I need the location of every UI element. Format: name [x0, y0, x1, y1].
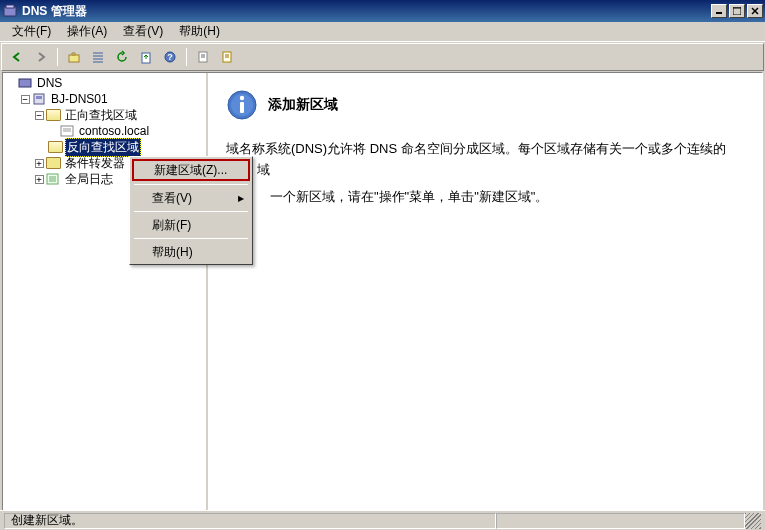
export-button[interactable] [135, 46, 157, 68]
zone-icon [59, 124, 75, 138]
forward-button[interactable] [30, 46, 52, 68]
svg-text:?: ? [167, 52, 173, 62]
svg-point-33 [240, 96, 244, 100]
up-folder-button[interactable] [63, 46, 85, 68]
content-panel: 添加新区域 域名称系统(DNS)允许将 DNS 命名空间分成区域。每个区域存储有… [208, 73, 762, 512]
action-button-2[interactable] [216, 46, 238, 68]
ctx-separator [134, 238, 248, 239]
menu-bar: 文件(F) 操作(A) 查看(V) 帮助(H) [0, 22, 765, 42]
tree-panel[interactable]: DNS − BJ-DNS01 − 正向查找区域 contoso.local 反向… [3, 73, 208, 512]
help-button[interactable]: ? [159, 46, 181, 68]
tree-toggle[interactable]: + [33, 175, 45, 184]
folder-open-icon [45, 108, 61, 122]
server-icon [31, 92, 47, 106]
maximize-button[interactable] [729, 4, 745, 18]
list-view-button[interactable] [87, 46, 109, 68]
back-button[interactable] [6, 46, 28, 68]
tree-toggle[interactable]: + [33, 159, 45, 168]
toolbar-separator [186, 48, 187, 66]
app-icon [2, 3, 18, 19]
ctx-separator [134, 211, 248, 212]
tree-node-dns[interactable]: DNS [5, 75, 204, 91]
tree-toggle[interactable]: − [19, 95, 31, 104]
folder-icon [45, 156, 61, 170]
status-bar: 创建新区域。 [0, 510, 765, 530]
svg-rect-7 [69, 55, 79, 62]
tree-label: 正向查找区域 [63, 106, 139, 125]
content-header: 添加新区域 [226, 89, 744, 121]
content-paragraph: 一个新区域，请在"操作"菜单，单击"新建区域"。 [270, 187, 744, 208]
resize-grip[interactable] [745, 513, 761, 529]
main-area: DNS − BJ-DNS01 − 正向查找区域 contoso.local 反向… [2, 72, 763, 513]
folder-open-icon [47, 140, 63, 154]
minimize-button[interactable] [711, 4, 727, 18]
ctx-separator [134, 184, 248, 185]
svg-rect-1 [6, 5, 14, 8]
content-body: 域名称系统(DNS)允许将 DNS 命名空间分成区域。每个区域存储有关一个或多个… [226, 139, 744, 207]
toolbar: ? [1, 43, 764, 71]
menu-view[interactable]: 查看(V) [115, 21, 171, 42]
ctx-refresh[interactable]: 刷新(F) [132, 215, 250, 235]
action-button-1[interactable] [192, 46, 214, 68]
status-text: 创建新区域。 [4, 513, 496, 529]
content-paragraph: 域名称系统(DNS)允许将 DNS 命名空间分成区域。每个区域存储有关一个或多个… [226, 139, 744, 181]
menu-help[interactable]: 帮助(H) [171, 21, 228, 42]
tree-toggle[interactable]: − [33, 111, 45, 120]
svg-rect-23 [36, 96, 42, 99]
ctx-help[interactable]: 帮助(H) [132, 242, 250, 262]
toolbar-separator [57, 48, 58, 66]
ctx-view[interactable]: 查看(V) [132, 188, 250, 208]
svg-rect-21 [19, 79, 31, 87]
menu-file[interactable]: 文件(F) [4, 21, 59, 42]
title-bar: DNS 管理器 [0, 0, 765, 22]
svg-rect-34 [240, 102, 244, 113]
status-cell [496, 513, 745, 529]
window-title: DNS 管理器 [22, 3, 711, 20]
dns-icon [17, 76, 33, 90]
content-title: 添加新区域 [268, 96, 338, 114]
menu-action[interactable]: 操作(A) [59, 21, 115, 42]
info-icon [226, 89, 258, 121]
tree-label: 全局日志 [63, 170, 115, 189]
tree-label: DNS [35, 75, 64, 91]
refresh-button[interactable] [111, 46, 133, 68]
context-menu: 新建区域(Z)... 查看(V) 刷新(F) 帮助(H) [129, 156, 253, 265]
tree-node-forward-zones[interactable]: − 正向查找区域 [5, 107, 204, 123]
log-icon [45, 172, 61, 186]
close-button[interactable] [747, 4, 763, 18]
ctx-new-zone[interactable]: 新建区域(Z)... [132, 159, 250, 181]
